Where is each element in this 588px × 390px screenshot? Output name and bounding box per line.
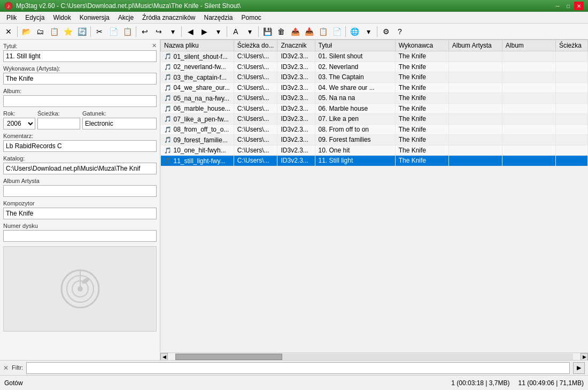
sciezka-label: Ścieżka:	[37, 110, 80, 117]
table-row[interactable]: 05_na_na_na-fwy...C:\Users\...ID3v2.3...…	[161, 93, 588, 104]
help-button[interactable]: ?	[393, 25, 406, 38]
artist-input[interactable]	[3, 73, 157, 85]
col-album[interactable]: Album	[502, 40, 555, 51]
paste-tag-button[interactable]: 📄	[330, 25, 343, 38]
table-cell	[448, 103, 502, 114]
open-folder-button[interactable]: 📂	[20, 25, 33, 38]
import-button[interactable]: 📥	[303, 25, 315, 38]
table-row[interactable]: 03_the_captain-f...C:\Users\...ID3v2.3..…	[161, 72, 588, 83]
file-table-scroll[interactable]: Nazwa pliku Ścieżka do... Znacznik Tytuł…	[160, 40, 588, 353]
corner-x[interactable]: ✕	[3, 364, 9, 372]
table-cell	[448, 114, 502, 125]
menubar-item-plik[interactable]: Plik	[2, 13, 21, 22]
toolbar-separator-7	[345, 26, 346, 37]
undo-button[interactable]: ↩	[138, 25, 151, 38]
rok-select[interactable]: 2006	[3, 118, 35, 129]
redo-button[interactable]: ↪	[152, 25, 165, 38]
scroll-right-button[interactable]: ▶	[581, 353, 588, 361]
copy-button[interactable]: 📄	[107, 25, 120, 38]
close-button[interactable]: ✕	[574, 2, 584, 10]
table-row[interactable]: 08_from_off_to_o...C:\Users\...ID3v2.3..…	[161, 124, 588, 135]
left-panel-close[interactable]: ✕	[150, 42, 158, 49]
music-file-icon: 02_neverland-fw...	[164, 63, 226, 71]
numer-dysku-input[interactable]	[3, 230, 157, 242]
minimize-button[interactable]: ─	[553, 2, 562, 10]
table-cell: C:\Users\...	[234, 72, 277, 83]
undo-dropdown-button[interactable]: ▾	[166, 25, 179, 38]
next-button[interactable]: ▶	[198, 25, 211, 38]
col-artist[interactable]: Wykonawca	[395, 40, 448, 51]
table-row[interactable]: 04_we_share_our...C:\Users\...ID3v2.3...…	[161, 82, 588, 93]
prev-button[interactable]: ◀	[184, 25, 197, 38]
table-cell	[448, 72, 502, 83]
komentarz-input[interactable]	[3, 140, 157, 152]
main-area: ✕ Tytuł: Wykonawca (Artysta): Album: Rok…	[0, 40, 588, 360]
katalog-input[interactable]	[3, 163, 157, 174]
web-source-button[interactable]: 🌐	[348, 25, 361, 38]
table-cell: ID3v2.3...	[277, 72, 315, 83]
kompozytor-input[interactable]	[3, 208, 157, 219]
nav-dropdown-button[interactable]: ▾	[212, 25, 225, 38]
table-cell: 03_the_captain-f...	[161, 72, 234, 83]
album-input[interactable]	[3, 95, 157, 107]
table-row[interactable]: 09_forest_familie...C:\Users\...ID3v2.3.…	[161, 135, 588, 146]
menubar-item-konwersja[interactable]: Konwersja	[75, 13, 114, 22]
filter-input[interactable]	[26, 362, 570, 374]
table-row[interactable]: 06_marble_house...C:\Users\...ID3v2.3...…	[161, 103, 588, 114]
maximize-button[interactable]: □	[563, 2, 573, 10]
table-cell	[555, 93, 587, 104]
table-row[interactable]: 01_silent_shout-f...C:\Users\...ID3v2.3.…	[161, 51, 588, 62]
status-info: 1 (00:03:18 | 3,7MB) 11 (00:49:06 | 71,1…	[451, 379, 584, 387]
scrollbar-thumb[interactable]	[175, 354, 282, 360]
filter-arrow-button[interactable]: ▶	[573, 362, 585, 374]
table-row[interactable]: 07_like_a_pen-fw...C:\Users\...ID3v2.3..…	[161, 114, 588, 125]
table-cell: 09. Forest families	[315, 135, 395, 146]
tag-dropdown-button[interactable]: ▾	[243, 25, 256, 38]
statusbar: Gotów 1 (00:03:18 | 3,7MB) 11 (00:49:06 …	[0, 375, 588, 390]
table-cell: The Knife	[395, 103, 448, 114]
menubar-item-akcje[interactable]: Akcje	[114, 13, 138, 22]
close-file-button[interactable]: ✕	[2, 25, 15, 38]
favorites-button[interactable]: ⭐	[61, 25, 74, 38]
album-artysta-input[interactable]	[3, 185, 157, 197]
tag-to-filename-button[interactable]: A	[229, 25, 242, 38]
col-filename[interactable]: Nazwa pliku	[161, 40, 234, 51]
menubar-item-pomoc[interactable]: Pomoc	[237, 13, 266, 22]
gatunek-field-group: Gatunek:	[82, 110, 157, 129]
scrollbar-track[interactable]	[175, 354, 573, 360]
col-path[interactable]: Ścieżka do...	[234, 40, 277, 51]
copy-tag-button[interactable]: 📋	[316, 25, 329, 38]
table-cell: 07_like_a_pen-fw...	[161, 114, 234, 125]
menubar-item-źródła znaczników[interactable]: Źródła znaczników	[138, 13, 199, 22]
export-button[interactable]: 📤	[289, 25, 301, 38]
open-playlist-button[interactable]: 📋	[48, 25, 60, 38]
menubar-item-narzędzia[interactable]: Narzędzia	[199, 13, 237, 22]
col-title[interactable]: Tytuł	[315, 40, 395, 51]
web-dropdown-button[interactable]: ▾	[362, 25, 375, 38]
table-cell	[555, 72, 587, 83]
col-album-artist[interactable]: Album Artysta	[448, 40, 502, 51]
table-cell: C:\Users\...	[234, 51, 277, 62]
table-row[interactable]: 10_one_hit-fwyh...C:\Users\...ID3v2.3...…	[161, 145, 588, 156]
refresh-button[interactable]: 🔄	[75, 25, 88, 38]
toolbar-separator-1	[17, 26, 18, 37]
menubar-item-widok[interactable]: Widok	[49, 13, 75, 22]
open-files-button[interactable]: 🗂	[34, 25, 47, 38]
scroll-left-button[interactable]: ◀	[160, 353, 168, 361]
title-input[interactable]	[3, 50, 157, 62]
horizontal-scrollbar[interactable]: ◀ ▶	[160, 353, 588, 360]
col-tag[interactable]: Znacznik	[277, 40, 315, 51]
cut-button[interactable]: ✂	[93, 25, 106, 38]
gatunek-input[interactable]	[82, 118, 157, 129]
delete-tag-button[interactable]: 🗑	[275, 25, 288, 38]
table-row[interactable]: 11_still_light-fwy...C:\Users\...ID3v2.3…	[161, 156, 588, 166]
col-track[interactable]: Ścieżka	[555, 40, 587, 51]
sciezka-input[interactable]	[37, 118, 80, 129]
menubar-item-edycja[interactable]: Edycja	[21, 13, 49, 22]
paste-button[interactable]: 📋	[121, 25, 134, 38]
table-cell: The Knife	[395, 82, 448, 93]
table-header: Nazwa pliku Ścieżka do... Znacznik Tytuł…	[161, 40, 588, 51]
settings-button[interactable]: ⚙	[380, 25, 392, 38]
save-button[interactable]: 💾	[261, 25, 274, 38]
table-row[interactable]: 02_neverland-fw...C:\Users\...ID3v2.3...…	[161, 62, 588, 72]
